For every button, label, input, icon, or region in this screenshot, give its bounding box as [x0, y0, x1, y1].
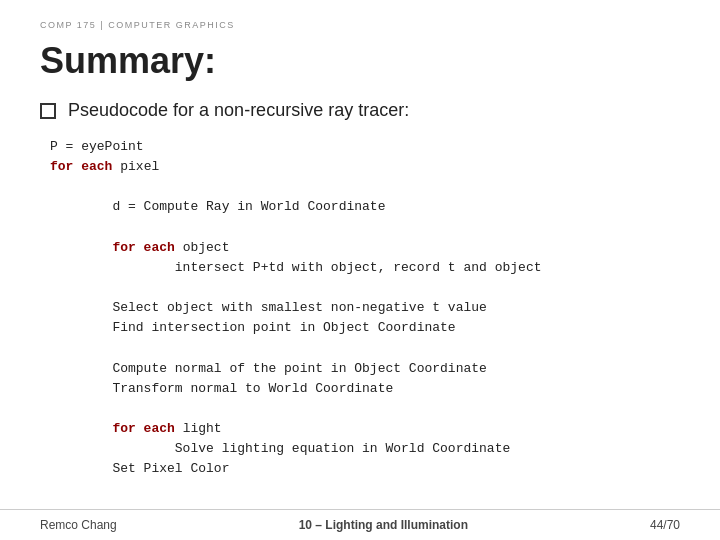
code-block: P = eyePoint for each pixel d = Compute … — [50, 137, 680, 479]
code-line-13: Transform normal to World Coordinate — [50, 379, 680, 399]
code-line-1: P = eyePoint — [50, 137, 680, 157]
footer-title: 10 – Lighting and Illumination — [299, 518, 468, 532]
code-line-6: for each object — [50, 238, 680, 258]
page-title: Summary: — [40, 40, 680, 82]
footer-author: Remco Chang — [40, 518, 117, 532]
code-line-12: Compute normal of the point in Object Co… — [50, 359, 680, 379]
footer: Remco Chang 10 – Lighting and Illuminati… — [0, 509, 720, 540]
code-line-9: Select object with smallest non-negative… — [50, 298, 680, 318]
code-line-2: for each pixel — [50, 157, 680, 177]
code-line-17: Set Pixel Color — [50, 459, 680, 479]
code-line-14 — [50, 399, 680, 419]
footer-page: 44/70 — [650, 518, 680, 532]
code-line-8 — [50, 278, 680, 298]
subtitle: Pseudocode for a non-recursive ray trace… — [40, 100, 680, 121]
checkbox-icon — [40, 103, 56, 119]
code-line-10: Find intersection point in Object Coordi… — [50, 318, 680, 338]
slide: COMP 175 | COMPUTER GRAPHICS Summary: Ps… — [0, 0, 720, 540]
code-line-5 — [50, 218, 680, 238]
subtitle-text: Pseudocode for a non-recursive ray trace… — [68, 100, 409, 121]
code-line-15: for each light — [50, 419, 680, 439]
code-line-4: d = Compute Ray in World Coordinate — [50, 197, 680, 217]
header-label: COMP 175 | COMPUTER GRAPHICS — [40, 20, 680, 30]
code-line-7: intersect P+td with object, record t and… — [50, 258, 680, 278]
code-line-16: Solve lighting equation in World Coordin… — [50, 439, 680, 459]
code-line-11 — [50, 338, 680, 358]
code-line-3 — [50, 177, 680, 197]
